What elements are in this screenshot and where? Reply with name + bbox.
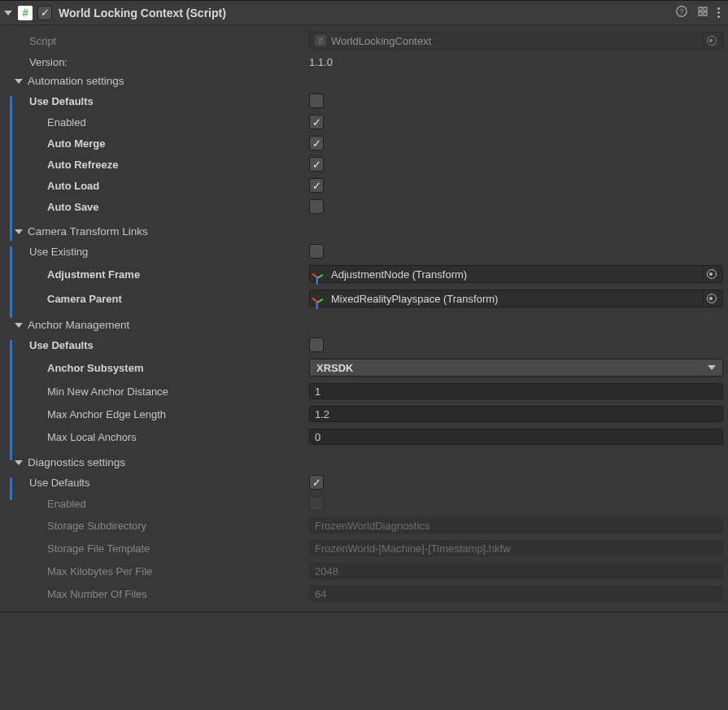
transform-icon [315, 268, 326, 280]
object-picker-icon[interactable] [703, 33, 719, 49]
svg-text:?: ? [679, 7, 683, 15]
max-local-anchors-label: Max Local Anchors [5, 431, 309, 443]
max-local-anchors-row: Max Local Anchors 0 [5, 425, 723, 448]
auto-merge-row: Auto Merge ✓ [5, 133, 723, 154]
camera-parent-field[interactable]: MixedRealityPlayspace (Transform) [309, 290, 723, 307]
auto-refreeze-row: Auto Refreeze ✓ [5, 154, 723, 175]
min-new-anchor-label: Min New Anchor Distance [5, 385, 309, 398]
preset-icon[interactable] [696, 5, 709, 20]
header-actions: ? [675, 5, 723, 20]
max-anchor-edge-label: Max Anchor Edge Length [5, 408, 309, 420]
automation-use-defaults-row: Use Defaults [5, 90, 723, 111]
automation-enabled-checkbox[interactable]: ✓ [309, 115, 324, 129]
camera-use-existing-row: Use Existing [5, 241, 723, 262]
automation-use-defaults-label: Use Defaults [5, 95, 309, 107]
max-anchor-edge-row: Max Anchor Edge Length 1.2 [5, 403, 723, 425]
max-kb-row: Max Kilobytes Per File 2048 [5, 560, 723, 582]
component-body: Script # WorldLockingContext Version: 1.… [0, 25, 728, 612]
camera-use-existing-checkbox[interactable] [309, 244, 324, 259]
foldout-icon [15, 323, 23, 328]
max-local-anchors-input[interactable]: 0 [309, 429, 723, 445]
diagnostics-enabled-label: Enabled [5, 498, 309, 510]
max-kb-label: Max Kilobytes Per File [5, 565, 309, 577]
auto-refreeze-checkbox[interactable]: ✓ [309, 157, 324, 172]
diagnostics-use-defaults-label: Use Defaults [5, 477, 309, 489]
component-title: World Locking Context (Script) [59, 7, 675, 20]
auto-merge-checkbox[interactable]: ✓ [309, 136, 324, 150]
min-new-anchor-input[interactable]: 1 [309, 383, 723, 399]
adjustment-frame-row: Adjustment Frame AdjustmentNode (Transfo… [5, 262, 723, 286]
camera-foldout[interactable]: Camera Transform Links [5, 222, 723, 241]
auto-load-checkbox[interactable]: ✓ [309, 178, 324, 193]
camera-parent-row: Camera Parent MixedRealityPlayspace (Tra… [5, 286, 723, 311]
storage-subdir-label: Storage Subdirectory [5, 520, 309, 532]
anchor-title: Anchor Management [28, 319, 129, 331]
component-panel: # ✓ World Locking Context (Script) ? Scr… [0, 0, 728, 612]
foldout-icon [15, 229, 23, 234]
automation-foldout[interactable]: Automation settings [5, 72, 723, 90]
automation-use-defaults-checkbox[interactable] [309, 94, 324, 108]
camera-title: Camera Transform Links [28, 225, 148, 237]
adjustment-frame-value: AdjustmentNode (Transform) [331, 268, 695, 281]
camera-parent-value: MixedRealityPlayspace (Transform) [331, 293, 695, 305]
version-value: 1.1.0 [309, 56, 723, 68]
max-files-row: Max Number Of Files 64 [5, 582, 723, 605]
script-asset-icon: # [315, 35, 326, 46]
object-picker-icon[interactable] [703, 290, 719, 307]
anchor-subsystem-label: Anchor Subsystem [5, 362, 309, 374]
anchor-use-defaults-checkbox[interactable] [309, 338, 324, 352]
diagnostics-use-defaults-checkbox[interactable]: ✓ [309, 475, 324, 490]
script-value: WorldLockingContext [331, 35, 695, 47]
auto-load-label: Auto Load [5, 180, 309, 192]
diagnostics-use-defaults-row: Use Defaults ✓ [5, 472, 723, 493]
automation-title: Automation settings [28, 75, 124, 87]
foldout-icon [15, 460, 23, 465]
component-enable-checkbox[interactable]: ✓ [37, 6, 52, 20]
version-label: Version: [5, 56, 309, 68]
max-kb-input: 2048 [309, 563, 723, 579]
script-icon: # [18, 6, 33, 20]
diagnostics-enabled-checkbox [309, 496, 324, 511]
dropdown-arrow-icon [708, 365, 716, 370]
component-foldout-icon[interactable] [5, 11, 16, 15]
storage-template-input: FrozenWorld-[Machine]-[Timestamp].hkfw [309, 540, 723, 556]
auto-merge-label: Auto Merge [5, 137, 309, 150]
min-new-anchor-row: Min New Anchor Distance 1 [5, 380, 723, 403]
context-menu-icon[interactable] [717, 7, 720, 18]
storage-subdir-input: FrozenWorldDiagnostics [309, 517, 723, 534]
diagnostics-foldout[interactable]: Diagnostics settings [5, 453, 723, 472]
object-picker-icon[interactable] [703, 266, 719, 282]
max-files-label: Max Number Of Files [5, 588, 309, 600]
diagnostics-title: Diagnostics settings [28, 456, 125, 468]
auto-save-row: Auto Save [5, 196, 723, 217]
automation-enabled-row: Enabled ✓ [5, 111, 723, 133]
auto-load-row: Auto Load ✓ [5, 175, 723, 196]
auto-save-label: Auto Save [5, 201, 309, 213]
adjustment-frame-label: Adjustment Frame [5, 268, 309, 281]
script-field: # WorldLockingContext [309, 32, 723, 50]
auto-save-checkbox[interactable] [309, 199, 324, 214]
storage-template-label: Storage File Template [5, 542, 309, 555]
storage-template-row: Storage File Template FrozenWorld-[Machi… [5, 537, 723, 560]
camera-parent-label: Camera Parent [5, 293, 309, 305]
auto-refreeze-label: Auto Refreeze [5, 159, 309, 171]
adjustment-frame-field[interactable]: AdjustmentNode (Transform) [309, 265, 723, 283]
anchor-foldout[interactable]: Anchor Management [5, 316, 723, 334]
camera-use-existing-label: Use Existing [5, 246, 309, 258]
diagnostics-enabled-row: Enabled [5, 493, 723, 514]
anchor-use-defaults-row: Use Defaults [5, 334, 723, 355]
help-icon[interactable]: ? [675, 5, 688, 20]
svg-text:#: # [318, 37, 323, 46]
component-header[interactable]: # ✓ World Locking Context (Script) ? [0, 1, 728, 25]
anchor-use-defaults-label: Use Defaults [5, 339, 309, 351]
max-files-input: 64 [309, 586, 723, 602]
max-anchor-edge-input[interactable]: 1.2 [309, 406, 723, 422]
script-label: Script [5, 35, 309, 47]
transform-icon [315, 293, 326, 304]
anchor-subsystem-value: XRSDK [316, 362, 354, 374]
script-row: Script # WorldLockingContext [5, 28, 723, 53]
anchor-subsystem-dropdown[interactable]: XRSDK [309, 359, 723, 377]
automation-enabled-label: Enabled [5, 116, 309, 128]
anchor-subsystem-row: Anchor Subsystem XRSDK [5, 355, 723, 380]
storage-subdir-row: Storage Subdirectory FrozenWorldDiagnost… [5, 514, 723, 537]
